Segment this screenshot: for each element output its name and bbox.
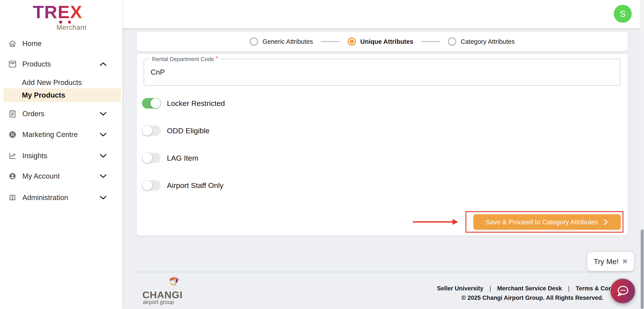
logo-merchant-label: Merchant (56, 24, 86, 31)
sidebar-item-products[interactable]: Products (0, 57, 122, 71)
step-label: Unique Attributes (360, 38, 413, 45)
chevron-down-icon (100, 174, 107, 179)
toggle-row-odd-eligible: ODD Eligible (142, 125, 210, 136)
changi-globe-icon (167, 275, 180, 289)
save-proceed-button[interactable]: Save & Proceed to Category Attributes (473, 214, 621, 230)
sidebar-item-add-new-products[interactable]: Add New Products (0, 76, 122, 89)
trex-merchant-logo: TREX Merchant (33, 3, 86, 30)
footer-separator: | (484, 285, 497, 292)
chat-widget-button[interactable] (610, 278, 636, 304)
toggle-knob (150, 98, 160, 108)
odd-eligible-toggle[interactable] (142, 125, 161, 136)
toggle-row-lag-item: LAG Item (142, 153, 198, 163)
annotation-arrow-head (452, 219, 458, 225)
toggle-label: ODD Eligible (167, 126, 210, 135)
stepper-connector (421, 41, 440, 42)
toggle-label: LAG Item (167, 154, 198, 162)
toggle-knob (142, 126, 152, 136)
stepper-connector (321, 41, 340, 42)
sidebar-item-label: Products (22, 60, 51, 68)
sidebar-item-label: Orders (22, 110, 44, 118)
avatar-initial: S (620, 9, 626, 19)
sidebar-item-insights[interactable]: Insights (0, 149, 122, 163)
scrollbar-thumb[interactable] (641, 229, 644, 309)
sidebar-item-label: Marketing Centre (22, 130, 78, 139)
airport-staff-only-toggle[interactable] (142, 180, 161, 191)
step-unique-attributes[interactable]: Unique Attributes (348, 37, 413, 46)
footer-links: Seller University | Merchant Service Des… (437, 285, 638, 301)
sidebar-item-label: Home (22, 39, 42, 48)
unique-attributes-form-card: Rental Department Code* Locker Restricte… (137, 54, 628, 236)
sidebar-item-administration[interactable]: Administration (0, 191, 122, 204)
changi-sub-text: airport group (143, 299, 174, 305)
toggle-knob (142, 153, 152, 163)
footer-divider (137, 272, 628, 272)
sidebar-item-my-products[interactable]: My Products (4, 88, 121, 102)
footer-link-seller-university[interactable]: Seller University (437, 285, 484, 292)
sidebar-item-label: Insights (22, 152, 47, 160)
step-label: Generic Attributes (262, 38, 313, 45)
radio-icon (250, 37, 258, 46)
rental-department-code-input[interactable] (144, 59, 620, 85)
chevron-down-icon (100, 132, 107, 137)
toggle-label: Locker Restricted (167, 99, 225, 108)
radio-icon (448, 37, 456, 46)
toggle-row-airport-staff-only: Airport Staff Only (142, 180, 224, 191)
toggle-knob (142, 180, 152, 190)
chevron-right-icon (603, 219, 608, 225)
try-me-label: Try Me! (594, 257, 618, 266)
attributes-stepper: Generic Attributes Unique Attributes Cat… (137, 32, 628, 51)
step-generic-attributes[interactable]: Generic Attributes (250, 37, 313, 46)
toggle-label: Airport Staff Only (167, 181, 224, 190)
sidebar-item-label: My Account (22, 172, 60, 180)
chevron-down-icon (100, 195, 107, 200)
cart-wheel-icon (68, 20, 71, 24)
scrollbar-track[interactable] (640, 0, 644, 309)
try-me-tooltip: Try Me! ✖ (588, 252, 634, 271)
annotation-arrow (413, 221, 452, 223)
sidebar: TREX Merchant Home Products (0, 0, 122, 309)
step-label: Category Attributes (461, 38, 515, 45)
chevron-up-icon (100, 62, 107, 66)
orders-icon (8, 109, 17, 118)
changi-airport-group-logo: CHANGI airport group (142, 275, 186, 305)
marketing-centre-icon (8, 130, 17, 139)
stepper-card: Generic Attributes Unique Attributes Cat… (137, 32, 628, 51)
save-button-label: Save & Proceed to Category Attributes (486, 218, 598, 226)
top-header-bar (122, 0, 644, 28)
rental-department-code-field: Rental Department Code* (144, 59, 620, 86)
lag-item-toggle[interactable] (142, 153, 161, 163)
sidebar-item-marketing-centre[interactable]: Marketing Centre (0, 128, 122, 141)
chevron-down-icon (100, 111, 107, 116)
sidebar-item-label: Add New Products (22, 78, 82, 87)
cart-wheel-icon (59, 20, 62, 24)
account-icon (8, 172, 17, 181)
step-category-attributes[interactable]: Category Attributes (448, 37, 515, 46)
chat-bubble-icon (616, 284, 630, 298)
radio-selected-icon (348, 37, 356, 46)
sidebar-item-my-account[interactable]: My Account (0, 169, 122, 183)
trex-logo-text: TREX (33, 3, 86, 21)
user-avatar[interactable]: S (614, 5, 632, 23)
administration-icon (8, 193, 17, 202)
merchant-portal-screen: S TREX Merchant Home Products (0, 0, 644, 309)
footer-link-merchant-service-desk[interactable]: Merchant Service Desk (497, 285, 562, 292)
sidebar-item-label: Administration (22, 193, 68, 202)
sidebar-item-home[interactable]: Home (0, 37, 122, 50)
sidebar-item-label: My Products (22, 91, 65, 99)
insights-icon (8, 151, 17, 160)
chevron-down-icon (100, 153, 107, 158)
products-icon (8, 59, 17, 69)
locker-restricted-toggle[interactable] (142, 98, 161, 109)
close-icon[interactable]: ✖ (622, 258, 628, 265)
toggle-row-locker-restricted: Locker Restricted (142, 98, 225, 109)
sidebar-item-orders[interactable]: Orders (0, 107, 122, 121)
home-icon (8, 39, 17, 48)
footer-separator: | (562, 285, 576, 292)
